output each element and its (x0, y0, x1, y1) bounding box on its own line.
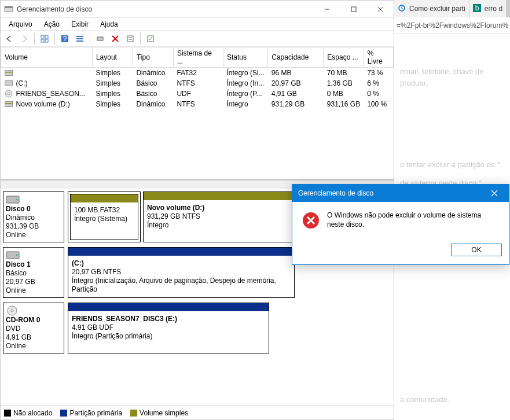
col-type[interactable]: Tipo (133, 47, 173, 68)
svg-rect-1 (5, 6, 13, 8)
volume-table[interactable]: Volume Layout Tipo Sistema de ... Status… (1, 47, 394, 109)
disk-icon (6, 250, 22, 260)
grid-view-button[interactable] (38, 32, 51, 45)
dialog-title: Gerenciamento de disco (298, 189, 373, 197)
refresh-button[interactable] (94, 32, 107, 45)
partition-band (68, 303, 269, 311)
svg-rect-23 (5, 72, 13, 73)
back-button[interactable] (3, 32, 16, 45)
svg-rect-28 (5, 103, 13, 104)
menu-help[interactable]: Ajuda (94, 19, 124, 30)
favicon-icon (398, 4, 407, 13)
ghost-text: email, telefone, chave de produto, (394, 62, 510, 92)
svg-rect-18 (127, 36, 133, 42)
svg-text:b: b (475, 4, 479, 12)
svg-rect-9 (45, 39, 48, 42)
col-pctfree[interactable]: % Livre (364, 47, 393, 68)
col-layout[interactable]: Layout (92, 47, 133, 68)
error-icon (302, 211, 320, 230)
svg-rect-15 (97, 37, 103, 40)
minimize-button[interactable] (314, 1, 340, 18)
dialog-titlebar: Gerenciamento de disco (292, 185, 509, 202)
svg-point-26 (8, 93, 10, 95)
svg-point-34 (11, 310, 13, 312)
svg-rect-7 (45, 35, 48, 38)
disk-info[interactable]: Disco 1Básico20,97 GBOnline (3, 247, 64, 298)
svg-rect-6 (41, 35, 44, 38)
disk-row: CD-ROM 0DVD4,91 GBOnlineFRIENDS_SEASON7_… (3, 303, 391, 353)
dialog-close-button[interactable] (486, 185, 503, 202)
dialog-message: O Windows não pode excluir o volume de s… (327, 211, 500, 229)
error-dialog: Gerenciamento de disco O Windows não pod… (292, 184, 509, 265)
table-row[interactable]: SimplesDinâmicoFAT32Íntegro (Si...96 MB7… (1, 68, 394, 79)
legend-primary: Partição primária (60, 409, 122, 417)
tabstrip: Como excluir parti b erro d (394, 0, 510, 17)
disk-icon (6, 194, 22, 205)
svg-rect-13 (76, 38, 83, 39)
disk-info[interactable]: CD-ROM 0DVD4,91 GBOnline (3, 303, 64, 353)
properties-button[interactable] (124, 32, 137, 45)
titlebar: Gerenciamento de disco (1, 1, 394, 18)
ghost-text: o tentar excluir a partição de " (394, 156, 510, 174)
menu-file[interactable]: Arquivo (3, 19, 38, 30)
legend: Não alocado Partição primária Volume sim… (1, 406, 394, 419)
svg-rect-27 (5, 101, 13, 107)
col-volume[interactable]: Volume (1, 47, 93, 68)
maximize-button[interactable] (340, 1, 367, 18)
ghost-text: a comunidade. (394, 390, 455, 409)
forward-button[interactable] (18, 32, 31, 45)
partition[interactable]: FRIENDS_SEASON7_DISC3 (E:)4,91 GB UDFÍnt… (68, 303, 269, 353)
list-view-button[interactable] (74, 32, 86, 45)
legend-simple: Volume simples (130, 409, 188, 417)
table-row[interactable]: FRIENDS_SEASON...SimplesBásicoUDFÍntegro… (1, 89, 394, 99)
table-row[interactable]: (C:)SimplesBásicoNTFSÍntegro (In...20,97… (1, 78, 394, 89)
svg-text:?: ? (63, 35, 67, 43)
table-row[interactable]: Novo volume (D:)SimplesDinâmicoNTFSÍnteg… (1, 99, 394, 109)
settings-button[interactable] (144, 32, 157, 45)
legend-unallocated: Não alocado (4, 409, 52, 417)
url-bar[interactable]: =%2Fpt-br%2Fwindows%2Fforum% (394, 17, 510, 34)
app-icon (4, 5, 13, 14)
bing-icon: b (473, 4, 482, 13)
menubar: Arquivo Ação Exibir Ajuda (1, 18, 394, 31)
close-button[interactable] (367, 1, 394, 18)
partition-band (144, 192, 298, 200)
partition[interactable]: Novo volume (D:)931,29 GB NTFSÍntegro (143, 191, 298, 242)
partition[interactable]: 100 MB FAT32Íntegro (Sistema) (70, 194, 138, 240)
col-capacity[interactable]: Capacidade (268, 47, 324, 68)
window-title: Gerenciamento de disco (17, 5, 314, 13)
svg-rect-24 (5, 80, 13, 86)
svg-point-32 (16, 255, 18, 256)
svg-rect-8 (41, 39, 44, 42)
ok-button[interactable]: OK (451, 244, 502, 256)
svg-rect-22 (5, 70, 13, 76)
svg-rect-14 (76, 40, 83, 42)
table-header-row: Volume Layout Tipo Sistema de ... Status… (1, 47, 394, 68)
volume-icon (1, 99, 13, 109)
partition-band (71, 194, 138, 202)
volume-icon (1, 78, 13, 89)
menu-action[interactable]: Ação (38, 19, 65, 30)
disk-info[interactable]: Disco 0Dinâmico931,39 GBOnline (3, 191, 64, 242)
browser-tab-1[interactable]: Como excluir parti (394, 0, 469, 17)
svg-rect-12 (76, 36, 83, 37)
disk-icon (6, 305, 22, 316)
partition[interactable]: (C:)20,97 GB NTFSÍntegro (Inicialização,… (68, 247, 295, 298)
col-filesystem[interactable]: Sistema de ... (173, 47, 223, 68)
volume-icon (1, 89, 13, 99)
delete-button[interactable] (109, 32, 122, 45)
menu-view[interactable]: Exibir (65, 19, 94, 30)
partition[interactable]: 100 MB FAT32Íntegro (Sistema) (68, 191, 141, 242)
disk-layout: FRIENDS_SEASON7_DISC3 (E:)4,91 GB UDFÍnt… (68, 303, 391, 353)
svg-rect-3 (351, 7, 356, 12)
toolbar: ? (1, 31, 394, 47)
partition-band (68, 248, 294, 256)
volume-icon (1, 68, 13, 79)
col-status[interactable]: Status (223, 47, 267, 68)
svg-point-30 (16, 199, 18, 201)
col-free[interactable]: Espaço ... (324, 47, 364, 68)
help-button[interactable]: ? (58, 32, 71, 45)
browser-tab-2[interactable]: b erro d (469, 0, 506, 17)
volume-list-pane: Volume Layout Tipo Sistema de ... Status… (1, 47, 394, 180)
